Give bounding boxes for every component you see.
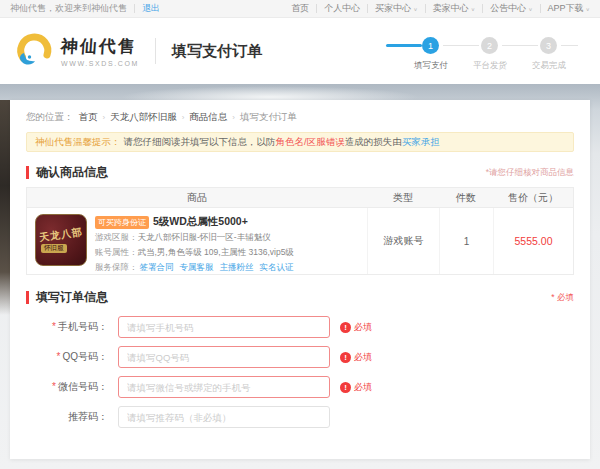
breadcrumb-game[interactable]: 天龙八部怀旧服 — [110, 111, 177, 124]
notice-highlight: 角色名/区服错误 — [276, 136, 345, 149]
chevron-down-icon: ∨ — [586, 6, 590, 12]
form-row-qq: *QQ号码： ! 必填 — [26, 346, 574, 368]
product-info: 可买跨身份证 5级WD总属性5000+ 游戏区服：天龙八部怀旧服-怀旧一区-丰辅… — [95, 214, 300, 274]
required-text: 必填 — [354, 381, 372, 394]
divider — [134, 4, 135, 13]
phone-label: *手机号码： — [26, 320, 118, 334]
col-header-count: 件数 — [439, 191, 493, 205]
wechat-label: *微信号码： — [26, 380, 118, 394]
required-exclaim-icon: ! — [340, 382, 351, 393]
product-region-value: 天龙八部怀旧服-怀旧一区-丰辅魅仪 — [138, 232, 271, 242]
form-row-referral: 推荐码： — [26, 406, 574, 428]
qq-label: *QQ号码： — [26, 350, 118, 364]
topbar-link-seller-center[interactable]: 卖家中心∨ — [433, 2, 475, 15]
breadcrumb-separator: › — [182, 113, 185, 122]
referral-input[interactable] — [118, 406, 330, 428]
brand-block: 神仙代售 WWW.SXDS.COM — [61, 35, 139, 67]
product-title[interactable]: 5级WD总属性5000+ — [153, 215, 248, 229]
service-tag-realname[interactable]: 实名认证 — [260, 262, 294, 274]
welcome-text: 神仙代售，欢迎来到神仙代售 — [10, 2, 127, 15]
topbar: 神仙代售，欢迎来到神仙代售 退出 首页 个人中心 买家中心∨ 卖家中心∨ 公告中… — [0, 0, 600, 18]
breadcrumb-current: 填写支付订单 — [240, 111, 297, 124]
header: 神仙代售 WWW.SXDS.COM 填写支付订单 1 2 3 填写支付 平台发货… — [0, 18, 600, 84]
step-line-active — [386, 44, 422, 47]
required-text: 必填 — [354, 351, 372, 364]
referral-label: 推荐码： — [26, 410, 118, 424]
brand-name: 神仙代售 — [60, 35, 140, 58]
breadcrumb-separator: › — [232, 113, 235, 122]
chevron-down-icon: ∨ — [413, 6, 417, 12]
order-section-header: 填写订单信息 * 必填 — [26, 291, 574, 304]
qq-input[interactable] — [118, 346, 330, 368]
brand-url: WWW.SXDS.COM — [61, 60, 139, 67]
breadcrumb-home[interactable]: 首页 — [79, 111, 98, 124]
divider — [316, 4, 317, 13]
product-attr-value: 武当,男,角色等级 109,主属性 3136,vip5级 — [138, 247, 294, 257]
step-label-deal-complete: 交易完成 — [519, 60, 579, 72]
table-header-row: 商品 类型 件数 售价（元） — [27, 188, 573, 208]
col-header-type: 类型 — [367, 191, 439, 205]
product-attr-label: 账号属性： — [95, 247, 138, 257]
product-section-title: 确认商品信息 — [26, 166, 108, 179]
topbar-link-buyer-center[interactable]: 买家中心∨ — [375, 2, 417, 15]
order-form: *手机号码： ! 必填 *QQ号码： ! 必填 *微信号码： ! 必填 推荐码： — [26, 316, 574, 428]
order-section-hint: * 必填 — [551, 292, 574, 304]
site-logo[interactable]: 神仙代售 WWW.SXDS.COM — [14, 31, 139, 71]
main-card: 您的位置： 首页 › 天龙八部怀旧服 › 商品信息 › 填写支付订单 神仙代售温… — [10, 100, 590, 459]
product-service-row: 服务保障： 签署合同 专属客服 主播粉丝 实名认证 — [95, 262, 300, 274]
topbar-link-personal-center[interactable]: 个人中心 — [324, 2, 360, 15]
required-badge: ! 必填 — [340, 381, 372, 394]
product-table: 商品 类型 件数 售价（元） 天龙八部 怀旧服 可买跨身份证 5级WD总属性50… — [26, 187, 574, 275]
breadcrumb-prefix: 您的位置： — [26, 111, 74, 124]
service-tag-support[interactable]: 专属客服 — [180, 262, 214, 274]
step-circle-2: 2 — [481, 37, 498, 54]
divider — [482, 4, 483, 13]
table-row: 天龙八部 怀旧服 可买跨身份证 5级WD总属性5000+ 游戏区服：天龙八部怀旧… — [27, 208, 573, 274]
required-exclaim-icon: ! — [340, 352, 351, 363]
divider — [540, 4, 541, 13]
divider — [155, 38, 156, 64]
product-tag: 可买跨身份证 — [95, 216, 149, 229]
service-tag-contract[interactable]: 签署合同 — [140, 262, 174, 274]
logout-link[interactable]: 退出 — [142, 2, 160, 15]
notice-prefix: 神仙代售温馨提示： — [35, 136, 121, 149]
product-region-row: 游戏区服：天龙八部怀旧服-怀旧一区-丰辅魅仪 — [95, 232, 300, 244]
step-label-platform-delivery: 平台发货 — [460, 60, 520, 72]
logo-swirl-icon — [14, 31, 54, 71]
required-badge: ! 必填 — [340, 321, 372, 334]
form-row-wechat: *微信号码： ! 必填 — [26, 376, 574, 398]
step-label-fill-payment: 填写支付 — [401, 60, 461, 72]
product-count-cell: 1 — [439, 208, 493, 274]
divider — [367, 4, 368, 13]
product-service-label: 服务保障： — [95, 262, 138, 274]
required-text: 必填 — [354, 321, 372, 334]
notice-link[interactable]: 买家承担 — [402, 136, 440, 149]
phone-input[interactable] — [118, 316, 330, 338]
notice-bar: 神仙代售温馨提示： 请您仔细阅读并填写以下信息，以防 角色名/区服错误 造成的损… — [26, 132, 574, 152]
product-section-header: 确认商品信息 *请您仔细核对商品信息 — [26, 166, 574, 179]
product-section-hint: *请您仔细核对商品信息 — [486, 167, 574, 179]
page-title: 填写支付订单 — [172, 42, 262, 61]
chevron-down-icon: ∨ — [528, 6, 532, 12]
breadcrumb-separator: › — [103, 113, 106, 122]
step-circle-3: 3 — [540, 37, 557, 54]
product-type-cell: 游戏账号 — [367, 208, 439, 274]
topbar-link-app-download[interactable]: APP下载∨ — [548, 2, 590, 15]
step-circle-1: 1 — [422, 37, 439, 54]
cliff-strip — [0, 100, 10, 315]
product-image-badge: 怀旧服 — [41, 244, 67, 253]
wechat-input[interactable] — [118, 376, 330, 398]
order-section-title: 填写订单信息 — [26, 291, 108, 304]
product-image[interactable]: 天龙八部 怀旧服 — [35, 214, 87, 266]
required-badge: ! 必填 — [340, 351, 372, 364]
service-tag-fans[interactable]: 主播粉丝 — [220, 262, 254, 274]
topbar-link-home[interactable]: 首页 — [291, 2, 309, 15]
form-row-phone: *手机号码： ! 必填 — [26, 316, 574, 338]
breadcrumb: 您的位置： 首页 › 天龙八部怀旧服 › 商品信息 › 填写支付订单 — [10, 100, 590, 124]
product-cell: 天龙八部 怀旧服 可买跨身份证 5级WD总属性5000+ 游戏区服：天龙八部怀旧… — [27, 208, 367, 274]
topbar-link-notice-center[interactable]: 公告中心∨ — [490, 2, 532, 15]
step-line — [502, 45, 538, 46]
divider — [425, 4, 426, 13]
breadcrumb-product-info[interactable]: 商品信息 — [189, 111, 227, 124]
step-line — [561, 45, 578, 46]
